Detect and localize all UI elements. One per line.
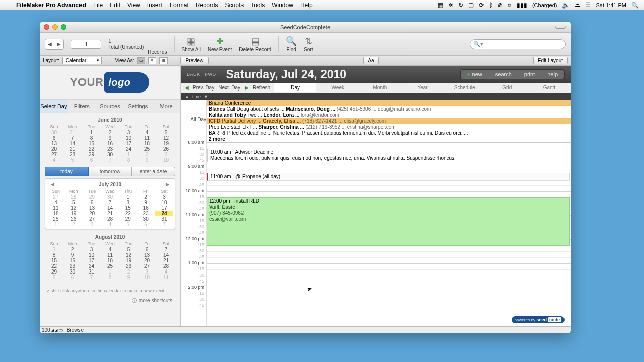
- new-button[interactable]: +new: [461, 70, 489, 79]
- view-year-tab[interactable]: Year: [401, 83, 443, 92]
- schedule-area: All Day 8:00 am1530459:00 am15304510:00 …: [181, 100, 571, 326]
- mode-icon[interactable]: ▭: [58, 327, 63, 333]
- minimize-icon[interactable]: [52, 24, 58, 30]
- record-number-field[interactable]: 1: [71, 40, 101, 49]
- sync1-icon[interactable]: ✲: [448, 2, 453, 9]
- new-event-button[interactable]: ✚New Event: [208, 36, 232, 52]
- mini-calendar-june[interactable]: June 2010SunMonTueWedThuFriSat3031123456…: [45, 116, 175, 163]
- zoom-out-icon[interactable]: ◢: [51, 328, 54, 332]
- sort-up-icon[interactable]: ▲: [185, 94, 189, 99]
- show-all-button[interactable]: ▦Show All: [182, 36, 201, 52]
- find-button[interactable]: 🔍Find: [286, 36, 297, 52]
- menu-edit[interactable]: Edit: [110, 2, 120, 9]
- toolbar-search-input[interactable]: 🔍▾: [470, 39, 566, 49]
- menu-insert[interactable]: Insert: [147, 2, 163, 9]
- menu-tools[interactable]: Tools: [251, 2, 265, 9]
- sync-icon[interactable]: ⟳: [479, 2, 484, 9]
- next-day-button[interactable]: Next. Day: [218, 85, 240, 90]
- view-month-tab[interactable]: Month: [359, 83, 401, 92]
- spaces-icon[interactable]: ▦: [438, 2, 443, 9]
- layout-select[interactable]: Calendar: [62, 57, 102, 64]
- sort-button[interactable]: ⇅Sort: [304, 36, 313, 52]
- search-button[interactable]: search: [489, 70, 518, 79]
- timemachine-icon[interactable]: ↻: [458, 2, 463, 9]
- battery-icon[interactable]: ▮▮▮: [517, 2, 527, 9]
- clock[interactable]: Sat 1:41 PM: [596, 2, 626, 8]
- zoom-control[interactable]: 100 ◢ ◢ ▭: [42, 327, 63, 333]
- prev-day-button[interactable]: Prev. Day: [193, 85, 214, 90]
- prev-day-arrow-icon[interactable]: ◀: [185, 85, 189, 90]
- wifi-icon[interactable]: ⋒: [498, 2, 503, 9]
- tomorrow-button[interactable]: tomorrow: [89, 167, 131, 176]
- aa-button[interactable]: Aa: [363, 57, 378, 64]
- menu-help[interactable]: Help: [300, 2, 313, 9]
- zoom-icon[interactable]: [61, 24, 66, 30]
- allday-event[interactable]: BAR RFP fed ex deadline ... Nunc lectus.…: [207, 130, 571, 136]
- zoom-in-icon[interactable]: ◢: [55, 328, 57, 332]
- fwd-link[interactable]: FWD: [205, 72, 216, 77]
- powered-by-seedcode[interactable]: powered by seedcode: [512, 314, 565, 323]
- next-record-icon[interactable]: ▶: [54, 39, 63, 49]
- flag-icon[interactable]: ☰: [585, 2, 591, 9]
- tab-filters[interactable]: Filters: [68, 100, 96, 113]
- displays-icon[interactable]: ▢: [468, 2, 474, 9]
- close-icon[interactable]: [44, 24, 49, 30]
- menu-file[interactable]: File: [93, 2, 103, 9]
- view-grid-tab[interactable]: Grid: [486, 83, 528, 92]
- more-shortcuts-link[interactable]: ⓘ more shortcuts: [45, 295, 175, 306]
- today-button[interactable]: today: [45, 167, 89, 176]
- enter-date-button[interactable]: enter a date: [131, 167, 175, 176]
- allday-event[interactable]: ICFD Partial Delivery ... Gracely, Elisa…: [207, 118, 571, 124]
- print-button[interactable]: print: [518, 70, 541, 79]
- sort-down-icon[interactable]: ▼: [204, 94, 208, 99]
- window-capsule-icon[interactable]: [555, 26, 566, 29]
- view-form-icon[interactable]: ▭: [137, 57, 145, 64]
- tab-settings[interactable]: Settings: [124, 100, 152, 113]
- allday-event[interactable]: Blanes Call Doug about offsets ... Matri…: [207, 106, 571, 112]
- event-propane[interactable]: 11:00 am @ Propane (all day): [207, 173, 570, 181]
- view-list-icon[interactable]: ≡: [148, 57, 156, 64]
- event-column[interactable]: Briana ConferenceBlanes Call Doug about …: [207, 100, 571, 326]
- menu-records[interactable]: Records: [196, 2, 218, 9]
- mode-label[interactable]: Browse: [67, 327, 84, 333]
- event-install-rld[interactable]: 12:00 pm Install RLD Vaill, Essie (907) …: [207, 197, 570, 246]
- allday-event[interactable]: Prep Everstad LRT ... Sharper, Cristina …: [207, 124, 571, 130]
- delete-record-button[interactable]: ▤Delete Record: [239, 36, 271, 52]
- spotlight-icon[interactable]: 🔍: [631, 2, 639, 9]
- menu-view[interactable]: View: [127, 2, 140, 9]
- preview-button[interactable]: Preview: [180, 57, 209, 64]
- volume-icon[interactable]: 🔈: [562, 2, 570, 9]
- edit-layout-button[interactable]: Edit Layout: [533, 57, 568, 64]
- tab-select-day[interactable]: Select Day: [40, 100, 68, 113]
- prev-record-icon[interactable]: ◀: [45, 39, 54, 49]
- mini-calendar-july[interactable]: ◀July 2010▶SunMonTueWedThuFriSat27282930…: [45, 178, 175, 229]
- app-name[interactable]: FileMaker Pro Advanced: [16, 2, 86, 9]
- record-nav[interactable]: ◀ ▶: [45, 39, 64, 50]
- menu-format[interactable]: Format: [170, 2, 189, 9]
- allday-event[interactable]: 2 more: [207, 136, 571, 142]
- back-link[interactable]: BACK: [187, 72, 200, 77]
- view-gantt-tab[interactable]: Gantt: [528, 83, 571, 92]
- tab-sources[interactable]: Sources: [96, 100, 124, 113]
- new-event-icon: ✚: [208, 36, 232, 47]
- view-table-icon[interactable]: ▦: [159, 57, 168, 64]
- allday-event[interactable]: Briana Conference: [207, 100, 571, 106]
- dropbox-icon[interactable]: ⧈: [508, 2, 512, 9]
- sidebar-hint: > shift-click anywhere in the calendar t…: [45, 284, 175, 295]
- bluetooth-icon[interactable]: ᛒ: [489, 2, 493, 9]
- sort-bar[interactable]: ▲ time ▼: [181, 93, 571, 100]
- eject-icon[interactable]: ⏏: [575, 2, 580, 9]
- view-schedule-tab[interactable]: Schedule: [444, 83, 486, 92]
- help-button[interactable]: help: [541, 70, 564, 79]
- next-day-arrow-icon[interactable]: ▶: [245, 85, 249, 90]
- menu-scripts[interactable]: Scripts: [225, 2, 244, 9]
- allday-event[interactable]: Kalita and Toby Two ... Lendor, Lora ...…: [207, 112, 571, 118]
- mini-calendar-august[interactable]: August 2010SunMonTueWedThuFriSat12345678…: [45, 233, 175, 280]
- window-titlebar[interactable]: SeedCodeComplete: [40, 22, 571, 33]
- tab-more[interactable]: More: [152, 100, 180, 113]
- view-week-tab[interactable]: Week: [316, 83, 359, 92]
- event-advisor-deadline[interactable]: 10:00 am Advisor Deadline Maecenas lorem…: [207, 149, 570, 162]
- view-day-tab[interactable]: Day: [274, 83, 316, 92]
- refresh-button[interactable]: Refresh: [253, 85, 270, 90]
- menu-window[interactable]: Window: [272, 2, 293, 9]
